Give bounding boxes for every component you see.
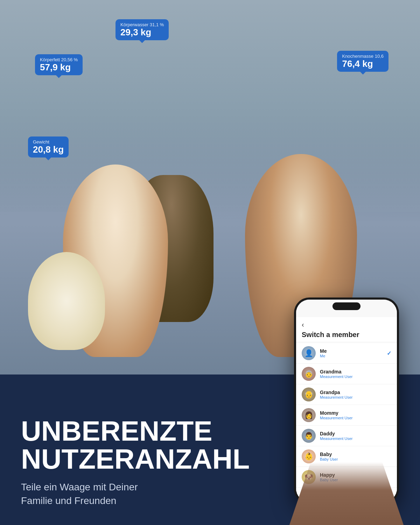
avatar-daddy: 👨 (302, 429, 316, 443)
member-name-grandpa: Grandpa (320, 390, 391, 395)
member-role-me: Me (320, 354, 387, 358)
member-role-daddy: Measurement User (320, 436, 391, 441)
member-item-mommy[interactable]: 👩 Mommy Measurement User (296, 405, 397, 426)
member-role-grandma: Measurement User (320, 374, 391, 379)
person-dog (28, 252, 105, 350)
member-info-mommy: Mommy Measurement User (320, 410, 391, 420)
tooltip-weight: Gewicht 20,8 kg (28, 136, 69, 158)
member-info-grandma: Grandma Measurement User (320, 369, 391, 379)
bottom-text-block: UNBERENZTE NUTZERANZAHL Teile ein Waage … (21, 417, 250, 507)
member-name-baby: Baby (320, 451, 391, 457)
avatar-mommy: 👩 (302, 408, 316, 422)
member-info-me: Me Me (320, 348, 387, 358)
avatar-baby: 👶 (302, 449, 316, 463)
tooltip-fat: Körperfett 20,56 % 57,9 kg (35, 54, 83, 75)
member-item-daddy[interactable]: 👨 Daddy Measurement User (296, 426, 397, 446)
avatar-grandma: 👵 (302, 367, 316, 381)
check-icon-me: ✓ (387, 350, 391, 357)
member-role-grandpa: Measurement User (320, 395, 391, 399)
subtext-line2: Familie und Freunden (21, 494, 250, 507)
member-name-me: Me (320, 348, 387, 354)
app-header: ‹ Switch a member (296, 317, 397, 342)
member-info-grandpa: Grandpa Measurement User (320, 390, 391, 399)
tooltip-water: Körperwasser 31,1 % 29,3 kg (115, 19, 169, 40)
member-info-baby: Baby Baby User (320, 451, 391, 461)
member-name-mommy: Mommy (320, 410, 391, 416)
headline: UNBERENZTE NUTZERANZAHL (21, 417, 250, 473)
member-name-grandma: Grandma (320, 369, 391, 374)
app-title: Switch a member (302, 331, 391, 339)
phone-container: ‹ Switch a member 👤 Me Me ✓ (287, 294, 406, 525)
tooltip-bone: Knochenmasse 10,6 76,4 kg (337, 51, 388, 72)
member-info-daddy: Daddy Measurement User (320, 431, 391, 441)
member-name-daddy: Daddy (320, 431, 391, 436)
subtext-line1: Teile ein Waage mit Deiner (21, 480, 250, 494)
member-role-baby: Baby User (320, 457, 391, 461)
headline-line2: NUTZERANZAHL (21, 445, 250, 473)
subtext: Teile ein Waage mit Deiner Familie und F… (21, 480, 250, 507)
avatar-me: 👤 (302, 346, 316, 360)
member-item-me[interactable]: 👤 Me Me ✓ (296, 343, 397, 364)
avatar-grandpa: 👴 (302, 387, 316, 401)
member-role-mommy: Measurement User (320, 416, 391, 420)
headline-line1: UNBERENZTE (21, 417, 250, 445)
member-item-grandpa[interactable]: 👴 Grandpa Measurement User (296, 384, 397, 405)
phone-notch (332, 302, 360, 310)
back-button[interactable]: ‹ (302, 321, 391, 329)
member-item-grandma[interactable]: 👵 Grandma Measurement User (296, 364, 397, 384)
